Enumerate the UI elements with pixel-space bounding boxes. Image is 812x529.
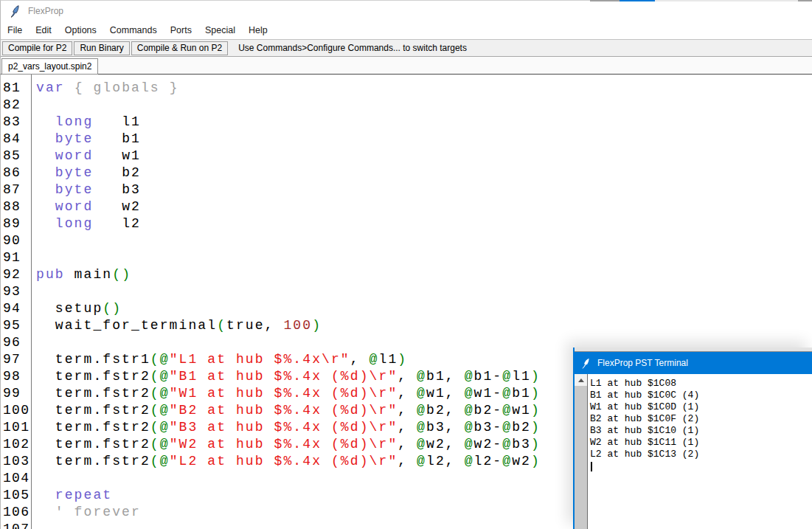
code-line[interactable]: repeat: [36, 487, 541, 504]
screen-edge-strip: [798, 0, 812, 1]
menu-item-help[interactable]: Help: [242, 23, 274, 38]
code-lines[interactable]: var { globals } long l1 byte b1 word w1 …: [36, 80, 541, 529]
line-number: 105: [3, 487, 30, 504]
run-binary-button[interactable]: Run Binary: [74, 41, 129, 55]
window-title: FlexProp: [28, 6, 63, 16]
line-number: 104: [3, 470, 30, 487]
pst-terminal-window: FlexProp PST Terminal L1 at hub $1C08B1 …: [573, 348, 812, 529]
terminal-line: B2 at hub $1C0F (2): [590, 413, 812, 425]
code-line[interactable]: ' forever: [36, 504, 541, 521]
code-line[interactable]: term.fstr2(@"W2 at hub $%.4x (%d)\r", @w…: [36, 436, 541, 453]
code-line[interactable]: wait_for_terminal(true, 100): [36, 317, 541, 334]
terminal-body: L1 at hub $1C08B1 at hub $1C0C (4)W1 at …: [575, 374, 812, 529]
terminal-scrollbar-divider: [587, 374, 588, 529]
line-number: 99: [3, 385, 30, 402]
code-line[interactable]: long l2: [36, 215, 541, 232]
code-line[interactable]: term.fstr2(@"B3 at hub $%.4x (%d)\r", @b…: [36, 419, 541, 436]
line-number: 81: [3, 80, 30, 97]
line-number: 102: [3, 436, 30, 453]
code-line[interactable]: term.fstr2(@"L2 at hub $%.4x (%d)\r", @l…: [36, 453, 541, 470]
line-number: 87: [3, 181, 30, 198]
menu-item-ports[interactable]: Ports: [164, 23, 198, 38]
terminal-line: B1 at hub $1C0C (4): [590, 390, 812, 401]
line-number: 88: [3, 198, 30, 215]
terminal-scrollbar[interactable]: [575, 374, 587, 529]
line-number: 90: [3, 232, 30, 249]
code-line[interactable]: [36, 97, 541, 114]
code-line[interactable]: var { globals }: [36, 80, 541, 97]
code-line[interactable]: [36, 283, 541, 300]
code-line[interactable]: [36, 334, 541, 351]
line-number-gutter: 8182838485868788899091929394959697989910…: [3, 80, 30, 529]
line-number: 82: [3, 97, 30, 114]
line-number: 101: [3, 419, 30, 436]
feather-icon: [10, 5, 21, 18]
tabbar: p2_vars_layout.spin2: [1, 57, 812, 75]
feather-icon: [581, 358, 591, 369]
terminal-window-title: FlexProp PST Terminal: [597, 358, 688, 368]
code-line[interactable]: [36, 249, 541, 266]
line-number: 98: [3, 368, 30, 385]
terminal-line: L2 at hub $1C13 (2): [590, 449, 812, 460]
line-number: 94: [3, 300, 30, 317]
tab-p2-vars-layout[interactable]: p2_vars_layout.spin2: [1, 58, 98, 75]
terminal-output[interactable]: L1 at hub $1C08B1 at hub $1C0C (4)W1 at …: [590, 378, 812, 471]
terminal-titlebar[interactable]: FlexProp PST Terminal: [575, 352, 812, 374]
line-number: 103: [3, 453, 30, 470]
menu-item-file[interactable]: File: [1, 23, 29, 38]
code-line[interactable]: byte b3: [36, 181, 541, 198]
line-number: 96: [3, 334, 30, 351]
terminal-line: B3 at hub $1C10 (1): [590, 425, 812, 437]
line-number: 100: [3, 402, 30, 419]
scroll-up-arrow-icon[interactable]: [575, 374, 587, 386]
line-number: 85: [3, 148, 30, 165]
compile-for-p2-button[interactable]: Compile for P2: [2, 41, 72, 55]
main-titlebar[interactable]: FlexProp: [1, 1, 812, 21]
code-line[interactable]: setup(): [36, 300, 541, 317]
code-line[interactable]: long l1: [36, 114, 541, 131]
toolbar: Compile for P2Run BinaryCompile & Run on…: [1, 39, 812, 57]
screen-edge-strip-accent: [620, 0, 655, 1]
menu-item-special[interactable]: Special: [198, 23, 242, 38]
gutter-separator: [31, 75, 32, 529]
code-line[interactable]: term.fstr2(@"B1 at hub $%.4x (%d)\r", @b…: [36, 368, 541, 385]
code-line[interactable]: term.fstr2(@"W1 at hub $%.4x (%d)\r", @w…: [36, 385, 541, 402]
screen-edge-strip: [655, 0, 798, 1]
menu-item-options[interactable]: Options: [58, 23, 103, 38]
line-number: 89: [3, 215, 30, 232]
screen-edge-strip: [590, 0, 620, 1]
code-line[interactable]: term.fstr2(@"B2 at hub $%.4x (%d)\r", @b…: [36, 402, 541, 419]
code-line[interactable]: [36, 521, 541, 529]
menu-item-edit[interactable]: Edit: [29, 23, 58, 38]
toolbar-buttons: Compile for P2Run BinaryCompile & Run on…: [1, 41, 229, 55]
line-number: 86: [3, 165, 30, 181]
code-line[interactable]: term.fstr1(@"L1 at hub $%.4x\r", @l1): [36, 351, 541, 368]
line-number: 92: [3, 266, 30, 283]
terminal-line: W2 at hub $1C11 (1): [590, 437, 812, 449]
line-number: 106: [3, 504, 30, 521]
terminal-lines: L1 at hub $1C08B1 at hub $1C0C (4)W1 at …: [590, 378, 812, 460]
code-line[interactable]: word w1: [36, 148, 541, 165]
line-number: 97: [3, 351, 30, 368]
code-line[interactable]: byte b1: [36, 131, 541, 148]
code-line[interactable]: [36, 470, 541, 487]
code-line[interactable]: [36, 232, 541, 249]
code-line[interactable]: word w2: [36, 198, 541, 215]
line-number: 107: [3, 521, 30, 529]
line-number: 95: [3, 317, 30, 334]
code-line[interactable]: pub main(): [36, 266, 541, 283]
line-number: 84: [3, 131, 30, 148]
terminal-line: L1 at hub $1C08: [590, 378, 812, 390]
menu-item-commands[interactable]: Commands: [103, 23, 164, 38]
toolbar-status-text: Use Commands>Configure Commands... to sw…: [238, 43, 467, 53]
line-number: 93: [3, 283, 30, 300]
terminal-cursor: [591, 462, 592, 471]
compile-run-on-p2-button[interactable]: Compile & Run on P2: [131, 41, 228, 55]
line-number: 83: [3, 114, 30, 131]
code-line[interactable]: byte b2: [36, 165, 541, 181]
menubar: FileEditOptionsCommandsPortsSpecialHelp: [1, 21, 812, 39]
line-number: 91: [3, 249, 30, 266]
terminal-line: W1 at hub $1C0D (1): [590, 401, 812, 413]
